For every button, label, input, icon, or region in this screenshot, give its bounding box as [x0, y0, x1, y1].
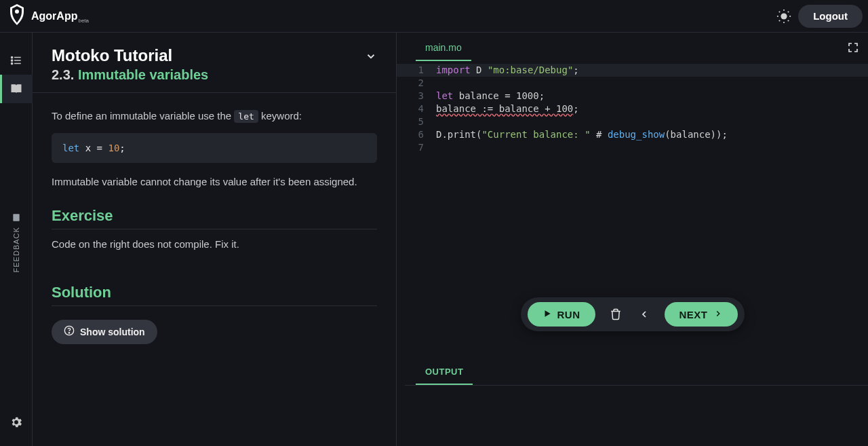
output-tab[interactable]: OUTPUT [416, 360, 473, 385]
run-label: RUN [557, 309, 580, 320]
svg-point-14 [11, 60, 12, 61]
editor-tabbar: main.mo [397, 33, 868, 61]
svg-line-4 [779, 11, 780, 12]
line-number: 5 [397, 115, 436, 128]
logout-button[interactable]: Logout [798, 5, 863, 28]
line-number: 1 [397, 64, 436, 77]
editor-tab-main[interactable]: main.mo [416, 35, 471, 61]
lesson-section-name: Immutable variables [78, 67, 208, 82]
code-content: let balance = 1000; [436, 90, 545, 103]
topbar-right: Logout [776, 5, 863, 28]
rail-item-outline[interactable] [0, 46, 33, 75]
play-icon [542, 309, 551, 320]
next-button[interactable]: NEXT [664, 302, 737, 327]
fullscreen-icon[interactable] [848, 42, 859, 56]
svg-line-8 [779, 20, 780, 20]
svg-point-0 [15, 10, 19, 14]
brand: AgorAppbeta [8, 3, 89, 29]
next-label: NEXT [679, 309, 707, 320]
snippet-kw: let [62, 143, 79, 153]
code-line: 7 [397, 141, 868, 154]
brightness-icon[interactable] [776, 9, 791, 24]
lesson-subtitle: 2.3. Immutable variables [52, 67, 208, 83]
brand-beta: beta [78, 18, 89, 24]
svg-marker-19 [545, 310, 550, 316]
code-line: 5 [397, 115, 868, 128]
solution-heading: Solution [52, 284, 377, 306]
help-icon [64, 325, 75, 338]
chevron-right-icon [713, 309, 723, 320]
lesson-section-number: 2.3. [52, 67, 74, 82]
brand-logo-icon [8, 3, 26, 29]
svg-line-9 [788, 11, 789, 12]
run-bar: RUN NEXT [520, 297, 744, 331]
editor-pane: main.mo 1import D "mo:base/Debug";23let … [397, 33, 868, 446]
svg-point-13 [11, 56, 12, 58]
top-bar: AgorAppbeta Logout [0, 0, 868, 33]
output-tabstrip: OUTPUT [405, 360, 868, 386]
inline-code-let: let [234, 110, 258, 123]
line-number: 2 [397, 77, 436, 90]
code-snippet: let x = 10; [52, 133, 377, 163]
code-editor[interactable]: 1import D "mo:base/Debug";23let balance … [397, 61, 868, 154]
rail-item-lesson[interactable] [0, 75, 33, 103]
show-solution-button[interactable]: Show solution [52, 320, 157, 344]
line-number: 6 [397, 128, 436, 141]
run-button[interactable]: RUN [527, 302, 595, 327]
code-line: 4balance := balance + 100; [397, 103, 868, 115]
feedback-label[interactable]: FEEDBACK [11, 213, 22, 272]
snippet-num: 10 [108, 143, 119, 153]
desc-pre: To define an immutable variable use the [52, 110, 234, 122]
feedback-icon [12, 212, 21, 223]
lesson-para2: Immutable variable cannot change its val… [52, 174, 377, 189]
feedback-text: FEEDBACK [12, 227, 20, 272]
code-line: 1import D "mo:base/Debug"; [397, 64, 868, 77]
exercise-heading: Exercise [52, 207, 377, 229]
show-solution-label: Show solution [80, 327, 145, 337]
lesson-body: To define an immutable variable use the … [33, 93, 396, 446]
rail-item-settings[interactable] [0, 408, 33, 436]
code-content: import D "mo:base/Debug"; [436, 64, 579, 77]
svg-point-15 [11, 62, 12, 64]
svg-point-18 [68, 333, 69, 333]
line-number: 3 [397, 90, 436, 103]
trash-icon[interactable] [607, 308, 623, 320]
brand-name: AgorApp [31, 10, 77, 22]
line-number: 7 [397, 141, 436, 154]
code-content: balance := balance + 100; [436, 103, 579, 115]
prev-icon[interactable] [635, 309, 652, 320]
svg-line-5 [788, 20, 789, 20]
desc-post: keyword: [258, 110, 302, 122]
snippet-tail: ; [119, 143, 125, 153]
snippet-rest: x = [79, 143, 108, 153]
lesson-title: Motoko Tutorial [52, 46, 208, 66]
code-line: 2 [397, 77, 868, 90]
lesson-header: Motoko Tutorial 2.3. Immutable variables [33, 33, 396, 93]
left-rail: FEEDBACK [0, 33, 33, 446]
lesson-pane: Motoko Tutorial 2.3. Immutable variables… [33, 33, 397, 446]
line-number: 4 [397, 103, 436, 115]
code-content: D.print("Current balance: " # debug_show… [436, 128, 728, 141]
svg-point-1 [781, 13, 787, 19]
chevron-down-icon[interactable] [365, 50, 377, 65]
lesson-description: To define an immutable variable use the … [52, 108, 377, 124]
code-line: 6D.print("Current balance: " # debug_sho… [397, 128, 868, 141]
exercise-body: Code on the right does not compile. Fix … [52, 236, 377, 252]
code-line: 3let balance = 1000; [397, 90, 868, 103]
svg-rect-16 [13, 213, 19, 221]
